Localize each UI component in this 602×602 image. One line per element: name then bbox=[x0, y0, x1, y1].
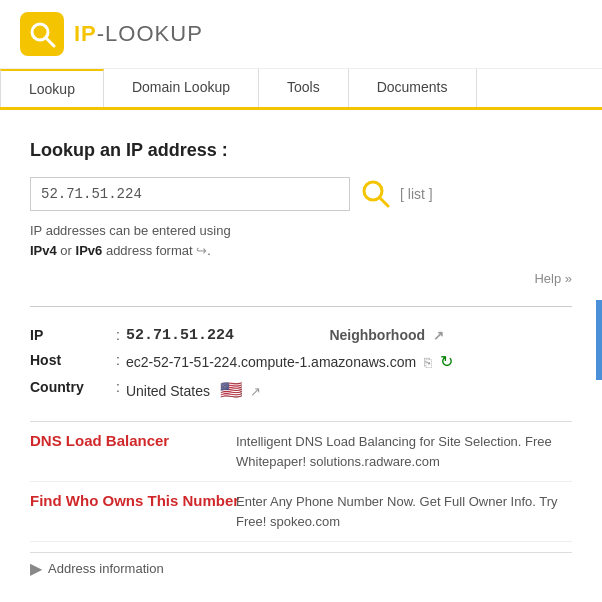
svg-line-1 bbox=[46, 38, 54, 46]
result-row-host: Host : ec2-52-71-51-224.compute-1.amazon… bbox=[30, 348, 572, 375]
main-content: Lookup an IP address : [ list ] IP addre… bbox=[0, 110, 602, 598]
header: IP-LOOKUP bbox=[0, 0, 602, 69]
search-button[interactable] bbox=[360, 178, 390, 211]
search-svg-icon bbox=[28, 20, 56, 48]
help-row: Help » bbox=[30, 270, 572, 286]
neighborhood-label: Neighborhood ↗ bbox=[309, 323, 572, 348]
neighborhood-icon[interactable]: ↗ bbox=[433, 328, 444, 343]
ad-title-0[interactable]: DNS Load Balancer bbox=[30, 432, 220, 449]
copy-icon[interactable]: ⎘ bbox=[424, 355, 432, 370]
format-icon: ↪ bbox=[196, 241, 207, 261]
logo-lookup: -LOOKUP bbox=[97, 21, 203, 46]
ip-label: IP bbox=[30, 323, 110, 348]
section-header-label: Address information bbox=[48, 561, 164, 576]
country-value: United States 🇺🇸 ↗ bbox=[126, 375, 572, 405]
ipv6-label: IPv6 bbox=[76, 243, 103, 258]
right-stripe bbox=[596, 300, 602, 380]
list-link[interactable]: [ list ] bbox=[400, 186, 433, 202]
refresh-icon[interactable]: ↻ bbox=[440, 352, 453, 371]
nav-item-tools[interactable]: Tools bbox=[259, 69, 349, 107]
search-input[interactable] bbox=[30, 177, 350, 211]
result-table: IP : 52.71.51.224 Neighborhood ↗ Host : … bbox=[30, 323, 572, 405]
host-value: ec2-52-71-51-224.compute-1.amazonaws.com… bbox=[126, 348, 572, 375]
ip-value: 52.71.51.224 bbox=[126, 323, 310, 348]
nav-item-domain-lookup[interactable]: Domain Lookup bbox=[104, 69, 259, 107]
hint-text: IP addresses can be entered using IPv4 o… bbox=[30, 221, 572, 260]
ad-section: DNS Load Balancer Intelligent DNS Load B… bbox=[30, 421, 572, 542]
ad-row-1: Find Who Owns This Number Enter Any Phon… bbox=[30, 482, 572, 542]
ad-row-0: DNS Load Balancer Intelligent DNS Load B… bbox=[30, 422, 572, 482]
country-link-icon[interactable]: ↗ bbox=[250, 384, 261, 399]
svg-line-3 bbox=[380, 198, 388, 206]
flag-icon: 🇺🇸 bbox=[220, 380, 242, 400]
ad-title-1[interactable]: Find Who Owns This Number bbox=[30, 492, 220, 509]
lookup-title: Lookup an IP address : bbox=[30, 140, 572, 161]
nav-item-lookup[interactable]: Lookup bbox=[0, 69, 104, 107]
result-row-ip: IP : 52.71.51.224 Neighborhood ↗ bbox=[30, 323, 572, 348]
logo-ip: IP bbox=[74, 21, 97, 46]
search-row: [ list ] bbox=[30, 177, 572, 211]
logo-icon bbox=[20, 12, 64, 56]
section-header-icon: ▶ bbox=[30, 559, 42, 578]
country-label: Country bbox=[30, 375, 110, 405]
host-label: Host bbox=[30, 348, 110, 375]
search-button-icon bbox=[360, 178, 390, 208]
ipv4-label: IPv4 bbox=[30, 243, 57, 258]
ad-desc-0: Intelligent DNS Load Balancing for Site … bbox=[236, 432, 572, 471]
nav-item-documents[interactable]: Documents bbox=[349, 69, 477, 107]
section-header: ▶ Address information bbox=[30, 559, 572, 578]
help-link[interactable]: Help » bbox=[534, 271, 572, 286]
logo-text: IP-LOOKUP bbox=[74, 21, 203, 47]
result-row-country: Country : United States 🇺🇸 ↗ bbox=[30, 375, 572, 405]
nav-bar: Lookup Domain Lookup Tools Documents bbox=[0, 69, 602, 110]
ad-desc-1: Enter Any Phone Number Now. Get Full Own… bbox=[236, 492, 572, 531]
result-section: IP : 52.71.51.224 Neighborhood ↗ Host : … bbox=[30, 306, 572, 405]
bottom-section: ▶ Address information bbox=[30, 552, 572, 578]
